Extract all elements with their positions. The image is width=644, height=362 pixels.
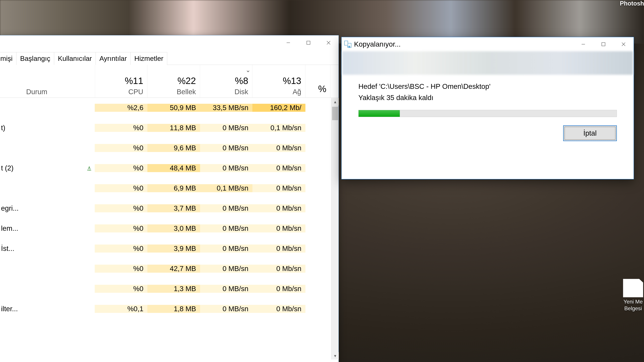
disk-cell: 0 MB/sn bbox=[200, 204, 252, 212]
column-header-name[interactable]: Durum bbox=[0, 65, 95, 97]
network-cell: 0 Mb/sn bbox=[252, 184, 306, 192]
disk-cell: 0 MB/sn bbox=[200, 164, 252, 172]
process-name-cell: ilter... bbox=[0, 305, 95, 313]
progress-bar bbox=[358, 110, 617, 117]
dialog-title: Kopyalanıyor... bbox=[354, 40, 401, 48]
column-header-cpu[interactable]: %11 CPU bbox=[95, 65, 148, 97]
table-row[interactable]: %042,7 MB0 MB/sn0 Mb/sn bbox=[0, 259, 338, 279]
table-row[interactable]: ilter...%0,11,8 MB0 MB/sn0 Mb/sn bbox=[0, 299, 338, 319]
column-header-disk[interactable]: ⌄ %8 Disk bbox=[200, 65, 252, 97]
memory-cell: 3,9 MB bbox=[148, 245, 200, 253]
desktop-icon-photoshop[interactable]: Photosh bbox=[620, 0, 644, 10]
tab-başlangıç[interactable]: Başlangıç bbox=[16, 52, 54, 65]
minimize-button[interactable] bbox=[278, 35, 298, 50]
disk-cell: 0 MB/sn bbox=[200, 245, 252, 253]
disk-cell: 33,5 MB/sn bbox=[200, 104, 252, 112]
process-name-cell: egri... bbox=[0, 204, 95, 212]
memory-cell: 50,9 MB bbox=[148, 104, 200, 112]
chevron-down-icon: ⌄ bbox=[246, 66, 250, 73]
tab-ayrıntılar[interactable]: Ayrıntılar bbox=[96, 52, 131, 65]
column-header-extra[interactable]: % bbox=[306, 65, 330, 97]
cpu-cell: %0 bbox=[95, 184, 148, 192]
memory-cell: 9,6 MB bbox=[148, 144, 200, 152]
table-row[interactable]: İst...%03,9 MB0 MB/sn0 Mb/sn bbox=[0, 239, 338, 259]
table-row[interactable]: %09,6 MB0 MB/sn0 Mb/sn bbox=[0, 138, 338, 158]
disk-cell: 0 MB/sn bbox=[200, 224, 252, 232]
cpu-cell: %0 bbox=[95, 204, 148, 212]
scroll-down-arrow[interactable]: ▾ bbox=[332, 352, 339, 360]
destination-text: Hedef 'C:\Users\BSC - HP Omen\Desktop' bbox=[358, 81, 617, 92]
memory-cell: 3,0 MB bbox=[148, 224, 200, 232]
copy-dialog: ➜ Kopyalanıyor... Hedef 'C:\Users\BSC - … bbox=[341, 37, 634, 179]
task-manager-window: mişiBaşlangıçKullanıcılarAyrıntılarHizme… bbox=[0, 35, 339, 362]
scroll-thumb[interactable] bbox=[332, 107, 338, 120]
titlebar[interactable]: ➜ Kopyalanıyor... bbox=[342, 37, 634, 51]
desktop-icon-text-doc[interactable]: Yeni Me Belgesi bbox=[622, 279, 644, 312]
network-cell: 0 Mb/sn bbox=[252, 285, 306, 293]
cpu-cell: %0 bbox=[95, 265, 148, 273]
table-row[interactable]: egri...%03,7 MB0 MB/sn0 Mb/sn bbox=[0, 198, 338, 218]
network-cell: 0,1 Mb/sn bbox=[252, 124, 306, 132]
close-button[interactable] bbox=[318, 35, 338, 50]
copy-info: Hedef 'C:\Users\BSC - HP Omen\Desktop' Y… bbox=[342, 75, 634, 107]
column-header-row: Durum %11 CPU %22 Bellek ⌄ %8 Disk %13 A… bbox=[0, 65, 338, 98]
table-row[interactable]: t)%011,8 MB0 MB/sn0,1 Mb/sn bbox=[0, 118, 338, 138]
svg-rect-5 bbox=[602, 42, 605, 46]
desktop-icon-label: Yeni Me Belgesi bbox=[622, 298, 644, 312]
memory-cell: 11,8 MB bbox=[148, 124, 200, 132]
table-row[interactable]: %06,9 MB0,1 MB/sn0 Mb/sn bbox=[0, 178, 338, 198]
memory-cell: 6,9 MB bbox=[148, 184, 200, 192]
process-name-cell: t (2)⍋ bbox=[0, 164, 95, 172]
vertical-scrollbar[interactable]: ▴ ▾ bbox=[331, 98, 338, 360]
disk-cell: 0 MB/sn bbox=[200, 124, 252, 132]
process-name-cell: t) bbox=[0, 124, 95, 132]
memory-cell: 42,7 MB bbox=[148, 265, 200, 273]
process-name-cell: lem... bbox=[0, 224, 95, 232]
memory-cell: 3,7 MB bbox=[148, 204, 200, 212]
disk-cell: 0 MB/sn bbox=[200, 285, 252, 293]
network-cell: 0 Mb/sn bbox=[252, 224, 306, 232]
tab-kullanıcılar[interactable]: Kullanıcılar bbox=[54, 52, 96, 65]
tab-mişi[interactable]: mişi bbox=[0, 52, 16, 65]
process-name-cell: İst... bbox=[0, 245, 95, 253]
maximize-button[interactable] bbox=[298, 35, 318, 50]
cpu-cell: %0 bbox=[95, 164, 148, 172]
network-cell: 0 Mb/sn bbox=[252, 265, 306, 273]
table-row[interactable]: t (2)⍋%048,4 MB0 MB/sn0 Mb/sn bbox=[0, 158, 338, 178]
table-row[interactable]: lem...%03,0 MB0 MB/sn0 Mb/sn bbox=[0, 218, 338, 239]
network-cell: 160,2 Mb/ bbox=[252, 104, 306, 112]
tab-bar: mişiBaşlangıçKullanıcılarAyrıntılarHizme… bbox=[0, 50, 338, 65]
source-info-blurred bbox=[342, 51, 633, 75]
cpu-cell: %0 bbox=[95, 285, 148, 293]
disk-cell: 0 MB/sn bbox=[200, 265, 252, 273]
minimize-button[interactable] bbox=[573, 37, 593, 51]
network-cell: 0 Mb/sn bbox=[252, 144, 306, 152]
column-header-memory[interactable]: %22 Bellek bbox=[148, 65, 200, 97]
table-row[interactable]: %01,3 MB0 MB/sn0 Mb/sn bbox=[0, 279, 338, 299]
cpu-cell: %0 bbox=[95, 224, 148, 232]
svg-rect-1 bbox=[307, 41, 310, 44]
cpu-cell: %0,1 bbox=[95, 305, 148, 313]
network-cell: 0 Mb/sn bbox=[252, 204, 306, 212]
column-header-network[interactable]: %13 Ağ bbox=[252, 65, 306, 97]
close-button[interactable] bbox=[614, 37, 634, 51]
maximize-button[interactable] bbox=[593, 37, 614, 51]
cancel-button[interactable]: İptal bbox=[563, 125, 617, 141]
process-table-body: %2,650,9 MB33,5 MB/sn160,2 Mb/t)%011,8 M… bbox=[0, 98, 338, 319]
time-remaining-text: Yaklaşık 35 dakika kaldı bbox=[358, 92, 617, 103]
copy-icon: ➜ bbox=[344, 41, 351, 48]
table-row[interactable]: %2,650,9 MB33,5 MB/sn160,2 Mb/ bbox=[0, 98, 338, 118]
cpu-cell: %0 bbox=[95, 124, 148, 132]
desktop-icon-label: Photosh bbox=[620, 0, 644, 7]
cpu-cell: %0 bbox=[95, 245, 148, 253]
disk-cell: 0 MB/sn bbox=[200, 144, 252, 152]
memory-cell: 1,3 MB bbox=[148, 285, 200, 293]
scroll-up-arrow[interactable]: ▴ bbox=[332, 98, 339, 105]
titlebar[interactable] bbox=[0, 35, 338, 50]
tab-hizmetler[interactable]: Hizmetler bbox=[130, 52, 167, 65]
text-file-icon bbox=[623, 279, 643, 297]
cpu-cell: %0 bbox=[95, 144, 148, 152]
memory-cell: 1,8 MB bbox=[148, 305, 200, 313]
network-cell: 0 Mb/sn bbox=[252, 245, 306, 253]
memory-cell: 48,4 MB bbox=[148, 164, 200, 172]
